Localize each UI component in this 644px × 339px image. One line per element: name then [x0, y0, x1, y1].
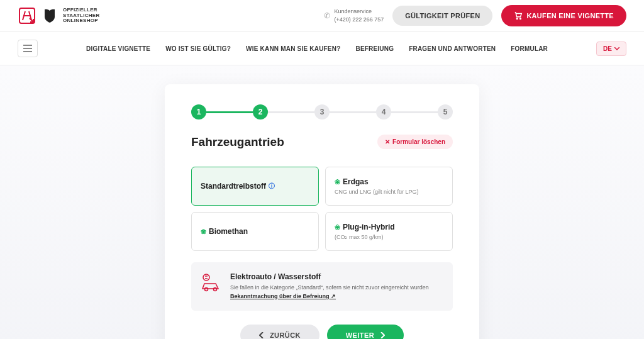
- option-natural-gas[interactable]: ❀ Erdgas CNG und LNG (gilt nicht für LPG…: [325, 167, 453, 206]
- option-plugin-hybrid[interactable]: ❀ Plug-in-Hybrid (CO₂ max 50 g/km): [325, 212, 453, 251]
- hamburger-icon: [23, 45, 32, 52]
- chevron-left-icon: [259, 332, 264, 338]
- logo-group[interactable]: OFFIZIELLER STAATLICHER ONLINESHOP: [18, 6, 100, 25]
- buy-vignette-button[interactable]: KAUFEN EINE VIGNETTE: [501, 5, 626, 26]
- nav-item[interactable]: FRAGEN UND ANTWORTEN: [409, 45, 496, 52]
- electric-title: Elektroauto / Wasserstoff: [230, 272, 444, 281]
- menu-toggle-button[interactable]: [18, 40, 38, 57]
- nav-item[interactable]: BEFREIUNG: [355, 45, 394, 52]
- svg-point-4: [205, 288, 208, 291]
- nav-item[interactable]: WO IST SIE GÜLTIG?: [165, 45, 231, 52]
- step-1[interactable]: 1: [191, 104, 206, 119]
- electric-info-box: Elektroauto / Wasserstoff Sie fallen in …: [191, 262, 453, 311]
- close-icon: ✕: [385, 138, 390, 145]
- step-2[interactable]: 2: [253, 104, 268, 119]
- logo-label: OFFIZIELLER STAATLICHER ONLINESHOP: [63, 8, 100, 24]
- highway-logo-icon: [18, 6, 36, 25]
- clear-form-button[interactable]: ✕ Formular löschen: [377, 135, 453, 149]
- back-button[interactable]: ZURÜCK: [240, 325, 319, 339]
- cart-icon: [514, 11, 523, 20]
- language-selector[interactable]: DE: [596, 42, 626, 56]
- step-4[interactable]: 4: [376, 104, 391, 119]
- svg-point-5: [214, 288, 217, 291]
- svg-point-2: [520, 18, 521, 19]
- leaf-icon: ❀: [335, 223, 340, 231]
- check-validity-button[interactable]: GÜLTIGKEIT PRÜFEN: [392, 6, 492, 26]
- svg-point-3: [203, 274, 209, 281]
- step-5[interactable]: 5: [438, 104, 453, 119]
- svg-point-1: [517, 18, 518, 19]
- nav-links: DIGITALE VIGNETTE WO IST SIE GÜLTIG? WIE…: [86, 45, 548, 52]
- leaf-icon: ❀: [335, 178, 340, 186]
- electric-description: Sie fallen in die Kategorie „Standard“, …: [230, 284, 444, 301]
- info-icon[interactable]: ⓘ: [269, 182, 275, 191]
- customer-service[interactable]: ✆ Kundenservice (+420) 222 266 757: [324, 8, 384, 23]
- option-biomethane[interactable]: ❀ Biomethan: [191, 212, 319, 251]
- option-standard-fuel[interactable]: Standardtreibstoff ⓘ: [191, 167, 319, 206]
- leaf-icon: ❀: [201, 228, 206, 236]
- chevron-right-icon: [380, 332, 385, 338]
- step-3[interactable]: 3: [314, 104, 330, 119]
- nav-item[interactable]: DIGITALE VIGNETTE: [86, 45, 150, 52]
- nav-item[interactable]: WIE KANN MAN SIE KAUFEN?: [246, 45, 340, 52]
- exemption-link[interactable]: Bekanntmachung über die Befreiung ↗: [230, 293, 336, 299]
- next-button[interactable]: WEITER: [327, 325, 404, 339]
- electric-car-icon: [200, 272, 221, 294]
- nav-item[interactable]: FORMULAR: [511, 45, 548, 52]
- chevron-down-icon: [614, 47, 619, 50]
- page-title: Fahrzeugantrieb: [191, 135, 284, 149]
- phone-icon: ✆: [324, 11, 330, 21]
- wizard-card: 1 2 3 4 5 Fahrzeugantrieb ✕ Formular lös…: [165, 84, 479, 339]
- step-indicator: 1 2 3 4 5: [191, 104, 453, 119]
- kunden-label: Kundenservice: [334, 8, 384, 16]
- lion-emblem-icon: [43, 8, 57, 23]
- kunden-phone: (+420) 222 266 757: [334, 16, 384, 24]
